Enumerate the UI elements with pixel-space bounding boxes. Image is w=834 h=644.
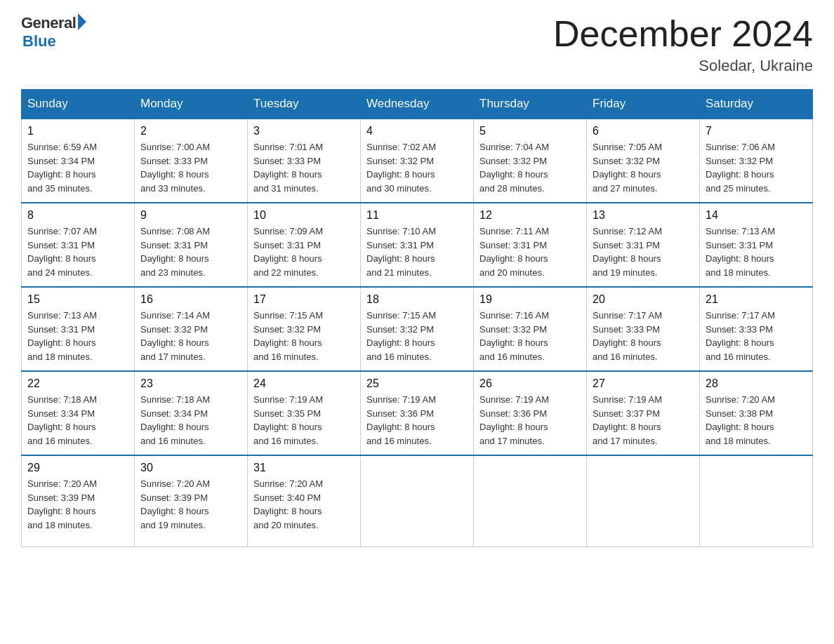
day-number: 11	[366, 209, 468, 222]
calendar-day-cell: 24Sunrise: 7:19 AM Sunset: 3:35 PM Dayli…	[248, 371, 361, 455]
calendar-week-row: 29Sunrise: 7:20 AM Sunset: 3:39 PM Dayli…	[22, 455, 813, 546]
calendar-day-cell: 29Sunrise: 7:20 AM Sunset: 3:39 PM Dayli…	[22, 455, 135, 546]
calendar-week-row: 8Sunrise: 7:07 AM Sunset: 3:31 PM Daylig…	[22, 203, 813, 287]
column-header-thursday: Thursday	[474, 90, 587, 119]
day-number: 27	[593, 377, 694, 390]
calendar-day-cell: 18Sunrise: 7:15 AM Sunset: 3:32 PM Dayli…	[361, 287, 474, 371]
calendar-day-cell: 9Sunrise: 7:08 AM Sunset: 3:31 PM Daylig…	[135, 203, 248, 287]
calendar-day-cell: 8Sunrise: 7:07 AM Sunset: 3:31 PM Daylig…	[22, 203, 135, 287]
calendar-day-cell: 20Sunrise: 7:17 AM Sunset: 3:33 PM Dayli…	[587, 287, 700, 371]
calendar-day-cell: 11Sunrise: 7:10 AM Sunset: 3:31 PM Dayli…	[361, 203, 474, 287]
calendar-day-cell: 21Sunrise: 7:17 AM Sunset: 3:33 PM Dayli…	[700, 287, 813, 371]
day-info: Sunrise: 7:13 AM Sunset: 3:31 PM Dayligh…	[27, 309, 128, 363]
day-info: Sunrise: 7:06 AM Sunset: 3:32 PM Dayligh…	[706, 140, 807, 195]
calendar-empty-cell	[700, 455, 813, 546]
calendar-day-cell: 10Sunrise: 7:09 AM Sunset: 3:31 PM Dayli…	[248, 203, 361, 287]
day-info: Sunrise: 7:08 AM Sunset: 3:31 PM Dayligh…	[140, 224, 241, 279]
day-info: Sunrise: 7:12 AM Sunset: 3:31 PM Dayligh…	[593, 224, 694, 279]
day-info: Sunrise: 7:20 AM Sunset: 3:40 PM Dayligh…	[253, 477, 355, 532]
day-info: Sunrise: 7:04 AM Sunset: 3:32 PM Dayligh…	[479, 140, 581, 195]
calendar-day-cell: 27Sunrise: 7:19 AM Sunset: 3:37 PM Dayli…	[587, 371, 700, 455]
day-number: 29	[27, 462, 128, 474]
day-number: 16	[140, 293, 241, 306]
calendar-day-cell: 23Sunrise: 7:18 AM Sunset: 3:34 PM Dayli…	[135, 371, 248, 455]
day-info: Sunrise: 7:17 AM Sunset: 3:33 PM Dayligh…	[706, 309, 807, 363]
day-info: Sunrise: 7:19 AM Sunset: 3:36 PM Dayligh…	[366, 393, 468, 448]
day-info: Sunrise: 7:09 AM Sunset: 3:31 PM Dayligh…	[253, 224, 355, 279]
day-number: 6	[593, 125, 694, 137]
calendar-day-cell: 2Sunrise: 7:00 AM Sunset: 3:33 PM Daylig…	[135, 119, 248, 203]
day-number: 22	[27, 377, 128, 390]
day-info: Sunrise: 7:01 AM Sunset: 3:33 PM Dayligh…	[253, 140, 355, 195]
logo-blue-text: Blue	[22, 32, 56, 51]
calendar-day-cell: 16Sunrise: 7:14 AM Sunset: 3:32 PM Dayli…	[135, 287, 248, 371]
calendar-week-row: 15Sunrise: 7:13 AM Sunset: 3:31 PM Dayli…	[22, 287, 813, 371]
calendar-empty-cell	[587, 455, 700, 546]
day-number: 26	[479, 377, 581, 390]
logo: General Blue	[21, 14, 86, 51]
column-header-wednesday: Wednesday	[361, 90, 474, 119]
day-number: 23	[140, 377, 241, 390]
day-info: Sunrise: 7:15 AM Sunset: 3:32 PM Dayligh…	[366, 309, 468, 363]
calendar-day-cell: 7Sunrise: 7:06 AM Sunset: 3:32 PM Daylig…	[700, 119, 813, 203]
day-number: 25	[366, 377, 468, 390]
calendar-day-cell: 19Sunrise: 7:16 AM Sunset: 3:32 PM Dayli…	[474, 287, 587, 371]
column-header-friday: Friday	[587, 90, 700, 119]
calendar-day-cell: 1Sunrise: 6:59 AM Sunset: 3:34 PM Daylig…	[22, 119, 135, 203]
calendar-day-cell: 28Sunrise: 7:20 AM Sunset: 3:38 PM Dayli…	[700, 371, 813, 455]
day-number: 28	[706, 377, 807, 390]
calendar-day-cell: 22Sunrise: 7:18 AM Sunset: 3:34 PM Dayli…	[22, 371, 135, 455]
day-info: Sunrise: 7:19 AM Sunset: 3:37 PM Dayligh…	[593, 393, 694, 448]
page-header: General Blue December 2024 Soledar, Ukra…	[21, 14, 813, 75]
day-number: 21	[706, 293, 807, 306]
day-info: Sunrise: 7:10 AM Sunset: 3:31 PM Dayligh…	[366, 224, 468, 279]
day-number: 1	[27, 125, 128, 137]
column-header-monday: Monday	[135, 90, 248, 119]
day-number: 20	[593, 293, 694, 306]
logo-general-text: General	[21, 14, 76, 32]
day-info: Sunrise: 7:17 AM Sunset: 3:33 PM Dayligh…	[593, 309, 694, 363]
month-title: December 2024	[553, 14, 813, 54]
day-info: Sunrise: 7:13 AM Sunset: 3:31 PM Dayligh…	[706, 224, 807, 279]
day-number: 3	[253, 125, 355, 137]
day-number: 12	[479, 209, 581, 222]
calendar-day-cell: 12Sunrise: 7:11 AM Sunset: 3:31 PM Dayli…	[474, 203, 587, 287]
day-number: 9	[140, 209, 241, 222]
day-info: Sunrise: 7:15 AM Sunset: 3:32 PM Dayligh…	[253, 309, 355, 363]
calendar-table: SundayMondayTuesdayWednesdayThursdayFrid…	[21, 89, 813, 547]
day-number: 31	[253, 462, 355, 474]
day-number: 4	[366, 125, 468, 137]
day-number: 2	[140, 125, 241, 137]
calendar-header-row: SundayMondayTuesdayWednesdayThursdayFrid…	[22, 90, 813, 119]
day-info: Sunrise: 7:11 AM Sunset: 3:31 PM Dayligh…	[479, 224, 581, 279]
day-number: 14	[706, 209, 807, 222]
day-info: Sunrise: 7:07 AM Sunset: 3:31 PM Dayligh…	[27, 224, 128, 279]
calendar-day-cell: 17Sunrise: 7:15 AM Sunset: 3:32 PM Dayli…	[248, 287, 361, 371]
logo-arrow-icon	[78, 13, 86, 30]
column-header-sunday: Sunday	[22, 90, 135, 119]
day-number: 30	[140, 462, 241, 474]
column-header-saturday: Saturday	[700, 90, 813, 119]
day-number: 7	[706, 125, 807, 137]
day-number: 17	[253, 293, 355, 306]
day-info: Sunrise: 7:18 AM Sunset: 3:34 PM Dayligh…	[140, 393, 241, 448]
calendar-empty-cell	[474, 455, 587, 546]
day-number: 24	[253, 377, 355, 390]
day-number: 15	[27, 293, 128, 306]
calendar-day-cell: 6Sunrise: 7:05 AM Sunset: 3:32 PM Daylig…	[587, 119, 700, 203]
day-info: Sunrise: 7:19 AM Sunset: 3:36 PM Dayligh…	[479, 393, 581, 448]
day-info: Sunrise: 7:19 AM Sunset: 3:35 PM Dayligh…	[253, 393, 355, 448]
day-info: Sunrise: 7:14 AM Sunset: 3:32 PM Dayligh…	[140, 309, 241, 363]
day-info: Sunrise: 7:20 AM Sunset: 3:39 PM Dayligh…	[27, 477, 128, 532]
calendar-day-cell: 26Sunrise: 7:19 AM Sunset: 3:36 PM Dayli…	[474, 371, 587, 455]
day-number: 5	[479, 125, 581, 137]
calendar-week-row: 22Sunrise: 7:18 AM Sunset: 3:34 PM Dayli…	[22, 371, 813, 455]
title-section: December 2024 Soledar, Ukraine	[553, 14, 813, 75]
calendar-day-cell: 25Sunrise: 7:19 AM Sunset: 3:36 PM Dayli…	[361, 371, 474, 455]
calendar-day-cell: 13Sunrise: 7:12 AM Sunset: 3:31 PM Dayli…	[587, 203, 700, 287]
day-number: 8	[27, 209, 128, 222]
day-info: Sunrise: 7:20 AM Sunset: 3:39 PM Dayligh…	[140, 477, 241, 532]
day-info: Sunrise: 7:02 AM Sunset: 3:32 PM Dayligh…	[366, 140, 468, 195]
day-info: Sunrise: 7:05 AM Sunset: 3:32 PM Dayligh…	[593, 140, 694, 195]
day-info: Sunrise: 7:16 AM Sunset: 3:32 PM Dayligh…	[479, 309, 581, 363]
